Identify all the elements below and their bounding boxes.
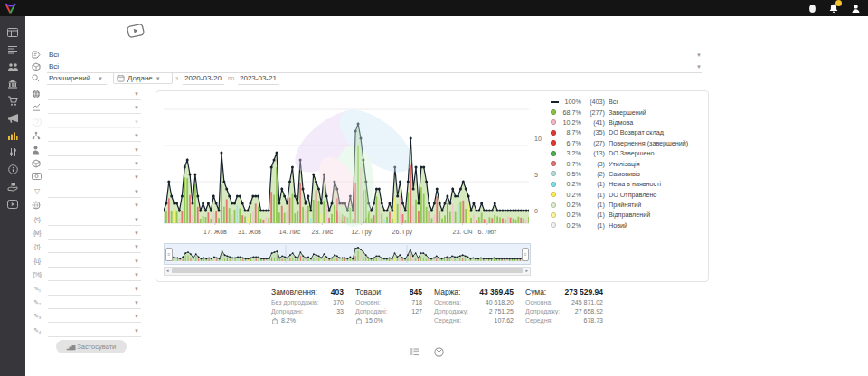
stat-subrow: Основна:40 618.20 xyxy=(434,298,514,307)
sidebar-item-dashboard[interactable] xyxy=(0,24,25,41)
sidebar-item-loyalty[interactable] xyxy=(0,178,25,195)
utm-medium-icon: {м} xyxy=(32,229,42,237)
sidebar-item-orders-list[interactable] xyxy=(0,41,25,58)
sidebar-item-shopping-cart[interactable] xyxy=(0,92,25,109)
date-to-underline xyxy=(238,73,279,85)
legend-item[interactable]: 10.2%(41)Відмова xyxy=(551,118,704,127)
filter-select-manager[interactable]: ▼ xyxy=(48,145,141,156)
sidebar-item-analytics[interactable] xyxy=(0,127,25,144)
legend-percent: 0.2% xyxy=(560,201,581,209)
filter-select-structure[interactable]: ▼ xyxy=(48,130,141,142)
legend-count: (41) xyxy=(581,118,605,127)
filter-select-website[interactable]: ▼ xyxy=(48,200,141,212)
legend-label: Повернення (завершений) xyxy=(609,139,704,147)
filter-select-trend[interactable]: ▼ xyxy=(48,102,141,114)
user-icon[interactable] xyxy=(808,4,816,14)
legend-item[interactable]: 0.2%(1)DO Отправлено xyxy=(551,190,704,200)
chevron-down-icon: ▼ xyxy=(134,189,139,194)
bank-icon xyxy=(7,79,18,89)
navigator-left-handle[interactable]: ≡ xyxy=(165,248,173,261)
legend-item[interactable]: 0.7%(3)Утилізація xyxy=(551,158,704,168)
navigator-right-handle[interactable]: ≡ xyxy=(522,248,529,261)
filter-select-utm-source[interactable]: ▼ xyxy=(48,214,141,226)
filter-select-payment[interactable]: ▼ xyxy=(48,172,141,183)
filter-select-custom-field-3[interactable]: ▼ xyxy=(48,311,141,323)
chevron-down-icon: ▼ xyxy=(134,272,139,277)
filter-select-funnel[interactable]: ▼ xyxy=(48,186,141,198)
sliders-icon xyxy=(8,147,18,157)
filter-select-country[interactable]: ▼ xyxy=(48,89,141,100)
legend-item[interactable]: 0.5%(2)Самовивіз xyxy=(551,169,704,179)
scroll-right-icon[interactable]: ▸ xyxy=(525,268,528,274)
legend-count: (1) xyxy=(581,211,605,219)
stat-value: 403 xyxy=(331,287,344,296)
sidebar-item-settings[interactable] xyxy=(0,144,25,161)
legend-item[interactable]: 0.2%(1)Новий xyxy=(551,221,704,230)
chart-navigator[interactable]: ≡ ≡ xyxy=(164,243,531,265)
filter-panel-row-utm-content: {ц}▼ xyxy=(25,256,145,268)
legend-item[interactable]: 0.2%(1)Прийнятий xyxy=(551,200,704,210)
y-tick-10: 10 xyxy=(534,136,549,142)
filter-panel-row-manager: ▼ xyxy=(25,145,145,156)
chevron-down-icon: ▼ xyxy=(134,230,139,236)
filter-select-utm-term[interactable]: ▼ xyxy=(48,241,141,253)
legend-item[interactable]: 6.7%(27)Повернення (завершений) xyxy=(551,138,704,148)
website-icon xyxy=(32,201,42,210)
chevron-down-icon: ▼ xyxy=(134,105,139,110)
filter-select-utm-content[interactable]: ▼ xyxy=(48,256,141,268)
sidebar-item-video[interactable] xyxy=(0,195,25,212)
sidebar-item-info[interactable] xyxy=(0,161,25,178)
date-to-prefix: по xyxy=(228,75,234,81)
filter-select-custom-field-2[interactable]: ▼ xyxy=(48,297,141,309)
filter-select-product[interactable]: ▼ xyxy=(48,158,141,170)
chart-legend: 100%(403)Всі68.7%(277)Завершений10.2%(41… xyxy=(551,97,704,230)
x-axis-tick-label: 17. Жов xyxy=(203,229,227,235)
apply-button[interactable]: ▂▅▇ Застосувати xyxy=(56,340,127,353)
bars-icon xyxy=(7,131,18,140)
sidebar-item-marketing[interactable] xyxy=(0,109,25,127)
payment-icon xyxy=(32,173,42,180)
shopping-bag-icon xyxy=(271,317,278,324)
legend-item[interactable]: 0.2%(1)Відправлений xyxy=(551,210,704,220)
legend-item[interactable]: 68.7%(277)Завершений xyxy=(551,107,704,117)
scrollbar-thumb[interactable] xyxy=(172,268,523,273)
filter-select-help[interactable]: ▼ xyxy=(48,117,141,128)
search-mode-select[interactable] xyxy=(47,73,107,85)
orders-chart-plot[interactable] xyxy=(164,97,529,225)
status-filter-select[interactable] xyxy=(47,50,702,61)
notifications-icon[interactable] xyxy=(829,4,838,14)
manager-icon xyxy=(32,146,42,155)
main-sidebar xyxy=(0,16,25,376)
filter-select-custom-field-1[interactable]: ▼ xyxy=(48,284,141,296)
custom-field-1-icon: ✎₁ xyxy=(32,285,42,293)
stats-product-view-icon[interactable] xyxy=(434,347,444,357)
legend-count: (277) xyxy=(581,108,605,117)
legend-item[interactable]: 3.2%(13)DO Завершено xyxy=(551,148,704,158)
sidebar-item-clients[interactable] xyxy=(0,58,25,75)
stat-subrow: Основна:245 871.02 xyxy=(525,298,603,307)
video-hint-icon[interactable] xyxy=(125,22,146,40)
filter-panel-row-custom-field-2: ✎₂▼ xyxy=(25,297,145,309)
legend-item[interactable]: 8.7%(35)DO Возврат склад xyxy=(551,127,704,137)
scroll-left-icon[interactable]: ◂ xyxy=(166,268,169,274)
stat-subrow: Середня:107.62 xyxy=(434,316,514,325)
legend-percent: 3.2% xyxy=(560,149,581,157)
filter-select-custom-field-4[interactable]: ▼ xyxy=(48,325,141,337)
stat-value: 273 529.94 xyxy=(564,287,603,296)
profile-icon[interactable] xyxy=(851,4,861,14)
date-field-select[interactable]: Додане ▼ xyxy=(113,72,173,84)
filter-select-utm-campaign[interactable]: ▼ xyxy=(48,269,141,281)
chart-scrollbar[interactable]: ◂ ▸ xyxy=(164,267,531,276)
stats-table-view-icon[interactable] xyxy=(409,347,420,356)
x-axis-tick-label: 23. Січ xyxy=(453,229,473,235)
filter-select-utm-medium[interactable]: ▼ xyxy=(48,228,141,240)
product-icon xyxy=(32,159,42,168)
topbar-actions xyxy=(808,0,861,16)
legend-item[interactable]: 0.2%(1)Нема в наявності xyxy=(551,179,704,189)
legend-count: (2) xyxy=(581,170,605,178)
legend-item[interactable]: 100%(403)Всі xyxy=(551,97,704,107)
filter-panel-row-custom-field-3: ✎₃▼ xyxy=(25,311,145,323)
stat-column-orders: Замовлення:403Без допродажів:370Допродан… xyxy=(271,287,344,325)
sidebar-item-warehouse[interactable] xyxy=(0,75,25,92)
x-axis-labels: 17. Жов31. Жов14. Лис28. Лис12. Гру26. Г… xyxy=(164,229,529,238)
